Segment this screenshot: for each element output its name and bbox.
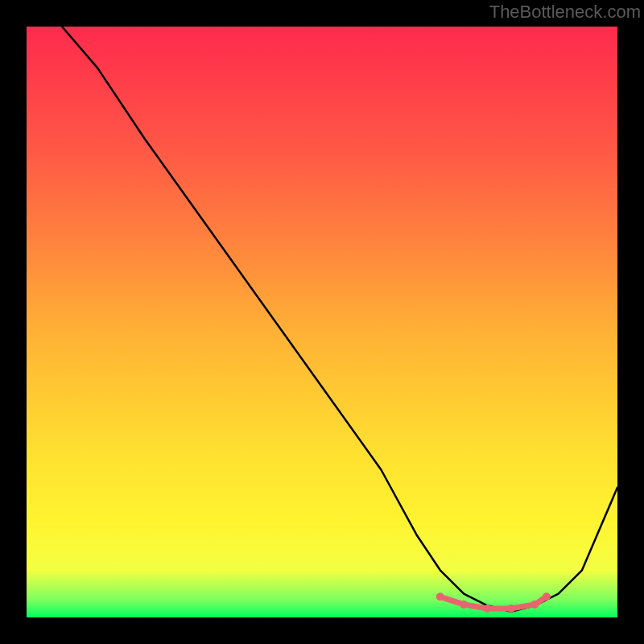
- optimal-range-dot: [530, 601, 539, 609]
- chart-svg: [27, 27, 617, 617]
- bottleneck-curve-line: [62, 27, 617, 612]
- watermark-text: TheBottleneck.com: [489, 2, 641, 23]
- plot-area: [27, 27, 617, 617]
- optimal-range-dot: [543, 592, 551, 601]
- optimal-range-dot: [460, 601, 468, 609]
- optimal-range-line: [440, 597, 547, 609]
- optimal-range-dot: [507, 605, 515, 613]
- chart-container: TheBottleneck.com: [0, 0, 644, 644]
- optimal-range-dot: [484, 605, 492, 613]
- optimal-range-dot: [436, 592, 444, 601]
